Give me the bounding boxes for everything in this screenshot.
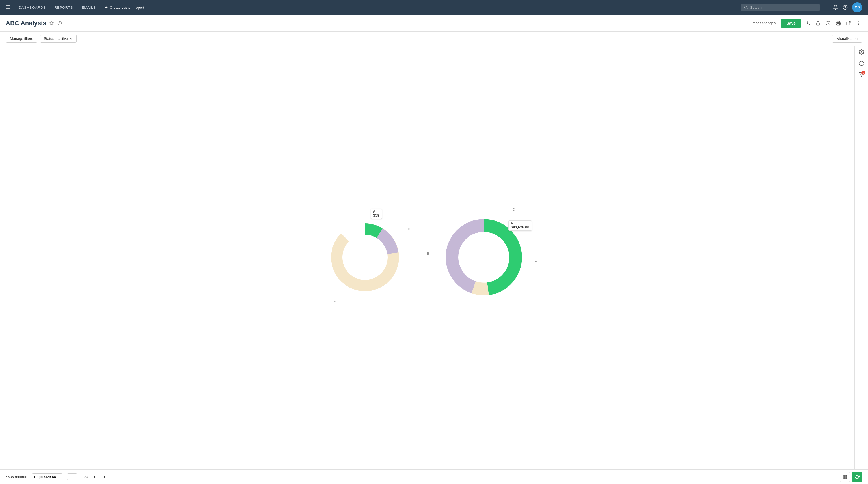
create-custom-report[interactable]: ✦ Create custom report [104,5,144,10]
left-chart-b-label: B [408,228,410,231]
settings-icon[interactable] [859,49,864,55]
svg-point-0 [745,6,747,8]
tooltip-label: A [373,210,379,213]
left-donut-chart [320,212,410,303]
svg-point-12 [858,22,859,22]
help-icon[interactable] [842,5,848,10]
right-chart-a-label: A [528,260,537,263]
chevron-down-icon [69,37,73,40]
svg-point-15 [861,52,862,53]
header-actions: reset changes Save [750,19,862,28]
refresh-icon[interactable] [859,61,864,66]
left-chart-c-label: C [334,299,336,303]
hamburger-icon[interactable]: ☰ [6,4,10,10]
right-chart-wrapper: A $83,626.00 B C A [430,203,537,311]
share-icon[interactable] [814,20,822,27]
filter-badge: 1 [862,71,865,75]
nav-icons-group: OD [833,2,862,12]
chart-area: A 359 B C A $83,626.00 [0,46,855,469]
search-input[interactable] [750,5,816,10]
star-icon: ✦ [104,5,108,10]
manage-filters-button[interactable]: Manage filters [6,34,37,43]
right-chart-c-label: C [513,208,515,211]
notification-bell-icon[interactable] [833,5,838,10]
svg-point-14 [858,24,859,25]
download-icon[interactable] [804,20,811,27]
right-tooltip-label: A [511,222,529,225]
header-bar: ABC Analysis reset changes Save [0,15,868,32]
save-button[interactable]: Save [781,19,801,28]
search-icon [744,5,748,9]
chip-label: Status = active [44,36,68,41]
nav-dashboards[interactable]: DASHBOARDS [19,5,46,10]
right-chart-b-label: B [427,252,439,255]
reset-changes-button[interactable]: reset changes [750,20,778,26]
status-filter-chip[interactable]: Status = active [40,34,77,43]
page-title: ABC Analysis [6,20,46,27]
avatar[interactable]: OD [852,2,862,12]
main-content: A 359 B C A $83,626.00 [0,46,868,469]
nav-reports[interactable]: REPORTS [54,5,73,10]
more-options-icon[interactable] [855,20,862,27]
print-icon[interactable] [835,20,842,27]
schedule-icon[interactable] [825,20,832,27]
left-chart-tooltip: A 359 [371,208,382,219]
right-sidebar: 1 [855,46,868,469]
right-chart-tooltip: A $83,626.00 [508,221,532,231]
filter-icon[interactable]: 1 [859,72,864,78]
filter-bar: Manage filters Status = active Visualiza… [0,32,868,46]
tooltip-value: 359 [373,213,379,217]
top-navigation: ☰ DASHBOARDS REPORTS EMAILS ✦ Create cus… [0,0,868,15]
create-label: Create custom report [110,5,144,10]
visualization-button[interactable]: Visualization [832,34,862,43]
svg-line-11 [848,21,850,24]
nav-emails[interactable]: EMAILS [82,5,96,10]
svg-rect-10 [837,24,840,25]
info-icon[interactable] [57,21,62,26]
external-link-icon[interactable] [845,20,852,27]
search-bar [741,4,820,11]
svg-point-13 [858,23,859,24]
svg-marker-3 [50,21,54,25]
right-tooltip-value: $83,626.00 [511,225,529,229]
left-chart-wrapper: A 359 B C [317,203,413,311]
star-favorite-icon[interactable] [50,21,54,26]
